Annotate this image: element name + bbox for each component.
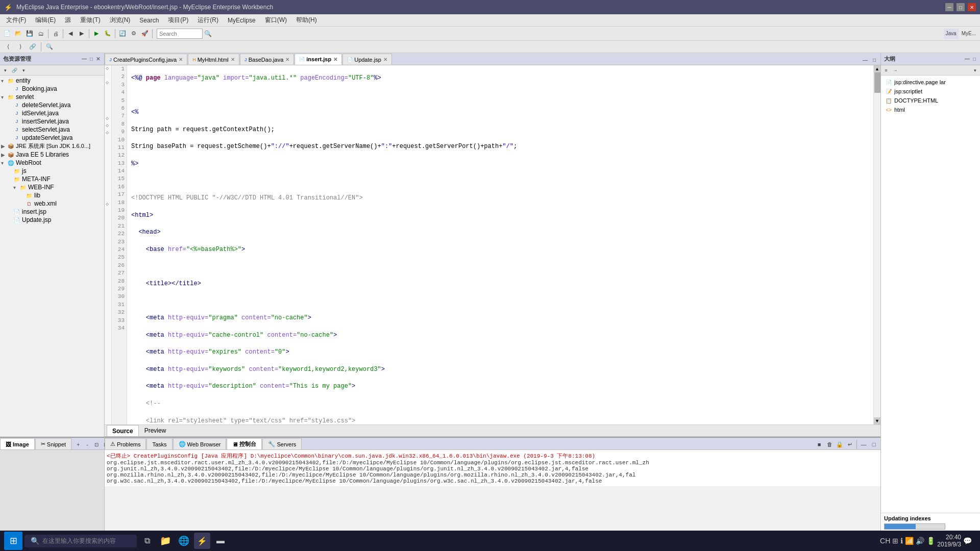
tray-network-icon[interactable]: 📶 [905, 537, 914, 545]
toolbar-debug[interactable]: 🐛 [103, 29, 113, 39]
taskbar-myeclipse-btn[interactable]: ⚡ [194, 533, 210, 549]
scroll-track[interactable] [874, 72, 880, 417]
taskbar-explorer-btn[interactable]: 📁 [157, 533, 174, 549]
toolbar-settings[interactable]: ⚙ [129, 29, 139, 39]
tab-source[interactable]: Source [107, 425, 139, 436]
toolbar-back[interactable]: ◀ [65, 29, 76, 39]
tree-item-metainf[interactable]: 📁 META-INF [1, 175, 103, 183]
editor-content[interactable]: ◇ ◇ ◇ ◇ ◇ [105, 65, 873, 424]
tree-item-servlet[interactable]: ▾ 📁 servlet [1, 93, 103, 101]
search-input[interactable] [157, 29, 203, 39]
pkg-settings-btn[interactable]: ▾ [19, 66, 28, 74]
tree-item-webxml[interactable]: 🗋 web.xml [1, 199, 103, 208]
tree-item-lib[interactable]: 📁 lib [1, 191, 103, 199]
menu-help[interactable]: 帮助(H) [292, 15, 321, 26]
menu-myeclipse[interactable]: MyEclipse [224, 16, 260, 25]
tab-close-icon[interactable]: ✕ [333, 57, 337, 62]
tray-speaker-icon[interactable]: 🔊 [916, 537, 924, 545]
close-button[interactable]: ✕ [968, 3, 976, 11]
tab-webbrowser[interactable]: 🌐 Web Browser [173, 438, 227, 449]
tab-myhtml[interactable]: H MyHtml.html ✕ [188, 54, 239, 65]
tab-close-icon[interactable]: ✕ [383, 57, 387, 62]
close-panel-icon[interactable]: ✕ [95, 56, 101, 62]
tab-close-icon[interactable]: ✕ [285, 57, 289, 62]
outline-link-btn[interactable]: → [891, 66, 899, 74]
search-button[interactable]: 🔍 [203, 29, 213, 39]
tree-item-entity[interactable]: ▾ 📁 entity [1, 77, 103, 85]
editor-min-btn[interactable]: — [861, 55, 869, 65]
tray-notifications-icon[interactable]: 💬 [963, 537, 972, 545]
editor-max-btn[interactable]: □ [870, 55, 878, 65]
menu-file[interactable]: 文件(F) [2, 15, 30, 26]
tree-item-insertjsp[interactable]: 📄 insert.jsp [1, 208, 103, 216]
outline-max-icon[interactable]: □ [972, 56, 977, 62]
toolbar-save[interactable]: 💾 [24, 29, 35, 39]
console-word-wrap-btn[interactable]: ↵ [845, 439, 854, 449]
tab-preview[interactable]: Preview [139, 425, 172, 436]
tab-basedao[interactable]: J BaseDao.java ✕ [240, 54, 295, 65]
tab-image[interactable]: 🖼 Image [0, 438, 35, 449]
minimize-button[interactable]: ─ [945, 3, 953, 11]
tab-snippet[interactable]: ✂ Snippet [35, 438, 71, 449]
toolbar-save-all[interactable]: 🗂 [36, 29, 46, 39]
scroll-up-btn[interactable]: ▲ [874, 65, 881, 72]
menu-redo[interactable]: 重做(T) [76, 15, 104, 26]
pkg-link-btn[interactable]: 🔗 [10, 66, 18, 74]
tab-problems[interactable]: ⚠ Problems [105, 438, 146, 449]
console-max-btn[interactable]: □ [869, 439, 878, 449]
menu-run[interactable]: 运行(R) [193, 15, 223, 26]
minimize-panel-icon[interactable]: — [81, 56, 88, 62]
toolbar-deploy[interactable]: 🚀 [140, 29, 150, 39]
tree-item-webinf[interactable]: ▾ 📁 WEB-INF [1, 183, 103, 191]
tab-servers[interactable]: 🔧 Servers [262, 438, 302, 449]
pkg-collapse-btn[interactable]: ▾ [1, 66, 9, 74]
taskbar-clock[interactable]: 20:40 2019/9/3 [937, 534, 961, 548]
tree-item-idservlet[interactable]: J idServlet.java [1, 109, 103, 117]
tab-insertjsp[interactable]: 📄 insert.jsp ✕ [295, 54, 342, 65]
tab-close-icon[interactable]: ✕ [231, 57, 235, 62]
tab-close-icon[interactable]: ✕ [179, 57, 183, 62]
tab-tasks[interactable]: Tasks [146, 438, 172, 449]
maximize-panel-icon[interactable]: □ [89, 56, 94, 62]
outline-item-html[interactable]: <> html [883, 105, 978, 114]
toolbar-link[interactable]: 🔗 [28, 42, 38, 52]
tree-item-updateservlet[interactable]: J updateServlet.java [1, 134, 103, 142]
tree-item-insertservlet[interactable]: J insertServlet.java [1, 117, 103, 126]
menu-navigate[interactable]: 浏览(N) [106, 15, 135, 26]
menu-search[interactable]: Search [135, 16, 163, 25]
maximize-button[interactable]: □ [957, 3, 965, 11]
tree-item-js[interactable]: 📁 js [1, 167, 103, 175]
console-terminate-btn[interactable]: ■ [815, 439, 824, 449]
tab-createpluginsconfig[interactable]: J CreatePluginsConfig.java ✕ [105, 54, 187, 65]
toolbar-print[interactable]: 🖨 [51, 29, 61, 39]
toolbar-expand[interactable]: ⟩ [15, 42, 26, 52]
outline-collapse-btn[interactable]: ≡ [882, 66, 890, 74]
tree-item-booking[interactable]: J Booking.java [1, 85, 103, 93]
toolbar-forward[interactable]: ▶ [77, 29, 87, 39]
title-bar-controls[interactable]: ─ □ ✕ [945, 3, 976, 11]
tree-item-webroot[interactable]: ▾ 🌐 WebRoot [1, 159, 103, 167]
vertical-scrollbar[interactable]: ▲ ▼ [873, 65, 880, 424]
code-content[interactable]: <%@ page language="java" import="java.ut… [127, 65, 873, 424]
menu-window[interactable]: 窗口(W) [261, 15, 291, 26]
img-zoom-in-btn[interactable]: + [74, 439, 82, 449]
tree-item-deleteservlet[interactable]: J deleteServlet.java [1, 101, 103, 109]
console-scroll-lock-btn[interactable]: 🔒 [835, 439, 844, 449]
menu-source[interactable]: 源 [61, 15, 75, 26]
toolbar-collapse[interactable]: ⟨ [3, 42, 13, 52]
tab-console[interactable]: 🖥 控制台 [227, 438, 262, 449]
toolbar-find[interactable]: 🔍 [44, 42, 55, 52]
tree-item-javaee[interactable]: ▶ 📦 Java EE 5 Libraries [1, 151, 103, 159]
taskbar-search-box[interactable]: 🔍 在这里输入你要搜索的内容 [24, 535, 137, 547]
toolbar-refresh[interactable]: 🔄 [117, 29, 128, 39]
img-fit-btn[interactable]: ⊡ [92, 439, 101, 449]
toolbar-open[interactable]: 📂 [13, 29, 23, 39]
menu-project[interactable]: 项目(P) [164, 15, 192, 26]
toolbar-myeclipse-perspective[interactable]: MyE... [960, 29, 978, 39]
tree-item-jre[interactable]: ▶ 📦 JRE 系统库 [Sun JDK 1.6.0...] [1, 142, 103, 151]
toolbar-run[interactable]: ▶ [91, 29, 102, 39]
taskbar-taskview-btn[interactable]: ⧉ [139, 533, 155, 549]
scroll-thumb[interactable] [874, 72, 880, 93]
console-min-btn[interactable]: — [859, 439, 868, 449]
tree-item-updatejsp[interactable]: 📄 Update.jsp [1, 216, 103, 224]
